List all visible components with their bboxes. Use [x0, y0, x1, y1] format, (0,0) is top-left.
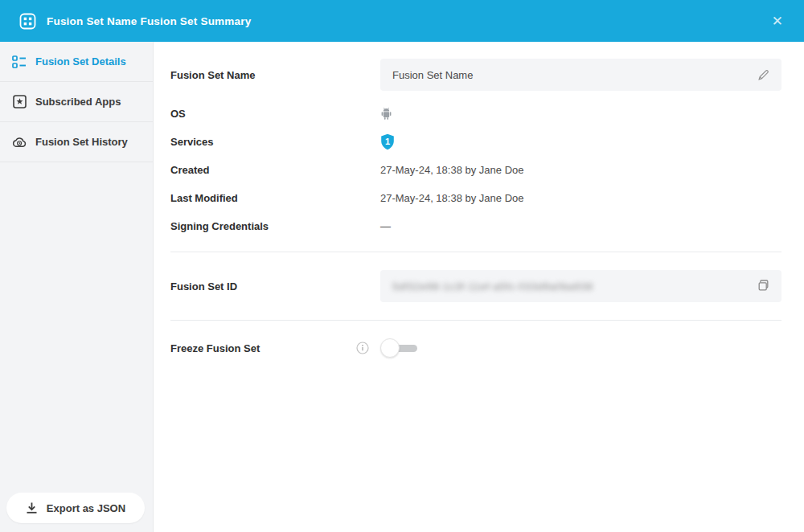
created-label: Created — [170, 164, 380, 176]
last-modified-label: Last Modified — [170, 192, 380, 204]
created-value: 27-May-24, 18:38 by Jane Doe — [380, 164, 524, 176]
toggle-knob — [380, 338, 400, 358]
sidebar-item-fusion-set-history[interactable]: Fusion Set History — [0, 122, 153, 162]
copy-icon[interactable] — [757, 279, 770, 293]
sidebar-item-label: Subscribed Apps — [35, 96, 121, 108]
services-count-badge: 1 — [380, 133, 395, 150]
last-modified-value: 27-May-24, 18:38 by Jane Doe — [380, 192, 524, 204]
fusion-set-id-value-masked: 5df32e98-1c3f-11ef-a5fc-033d9a0ba938 — [392, 280, 757, 293]
fusion-set-id-label: Fusion Set ID — [170, 280, 380, 293]
fusion-set-name-label: Fusion Set Name — [170, 69, 380, 81]
sidebar-item-fusion-set-details[interactable]: Fusion Set Details — [0, 42, 153, 82]
star-square-icon — [12, 95, 27, 109]
created-row: Created 27-May-24, 18:38 by Jane Doe — [170, 156, 781, 184]
shield-icon: 1 — [380, 133, 395, 150]
edit-pencil-icon[interactable] — [757, 68, 770, 82]
freeze-fusion-set-label: Freeze Fusion Set — [170, 342, 380, 354]
signing-credentials-row: Signing Credentials — — [170, 212, 781, 240]
last-modified-row: Last Modified 27-May-24, 18:38 by Jane D… — [170, 184, 781, 212]
section-divider — [170, 320, 781, 321]
sidebar: Fusion Set Details Subscribed Apps F — [0, 42, 154, 532]
download-icon — [26, 501, 38, 514]
details-list-icon — [12, 55, 27, 69]
freeze-fusion-set-row: Freeze Fusion Set — [170, 332, 781, 364]
signing-credentials-value: — — [380, 220, 391, 232]
freeze-toggle-switch[interactable] — [380, 338, 419, 358]
fusion-set-grid-icon — [19, 13, 36, 30]
fusion-set-name-value: Fusion Set Name — [392, 69, 757, 81]
close-icon[interactable]: ✕ — [765, 11, 790, 31]
fusion-set-name-row: Fusion Set Name Fusion Set Name — [170, 59, 781, 91]
sidebar-item-subscribed-apps[interactable]: Subscribed Apps — [0, 82, 153, 122]
fusion-set-id-field: 5df32e98-1c3f-11ef-a5fc-033d9a0ba938 — [380, 270, 781, 302]
fusion-set-details-panel: Fusion Set Name Fusion Set Name OS — [154, 42, 804, 532]
info-icon[interactable] — [356, 342, 369, 354]
os-row: OS — [170, 100, 781, 128]
sidebar-item-label: Fusion Set Details — [35, 55, 126, 68]
history-cloud-icon — [12, 135, 27, 149]
section-divider — [170, 252, 781, 252]
dialog-header: Fusion Set Name Fusion Set Summary ✕ — [0, 0, 804, 42]
export-button-label: Export as JSON — [47, 502, 125, 514]
services-row: Services 1 — [170, 128, 781, 156]
export-as-json-button[interactable]: Export as JSON — [6, 493, 145, 523]
os-label: OS — [170, 108, 380, 120]
freeze-label-text: Freeze Fusion Set — [170, 342, 260, 354]
fusion-set-id-row: Fusion Set ID 5df32e98-1c3f-11ef-a5fc-03… — [170, 270, 781, 302]
android-icon — [380, 107, 392, 121]
services-label: Services — [170, 136, 380, 148]
sidebar-item-label: Fusion Set History — [35, 136, 128, 148]
signing-credentials-label: Signing Credentials — [170, 220, 380, 232]
dialog-title: Fusion Set Name Fusion Set Summary — [47, 15, 251, 27]
fusion-set-name-field[interactable]: Fusion Set Name — [380, 59, 781, 91]
